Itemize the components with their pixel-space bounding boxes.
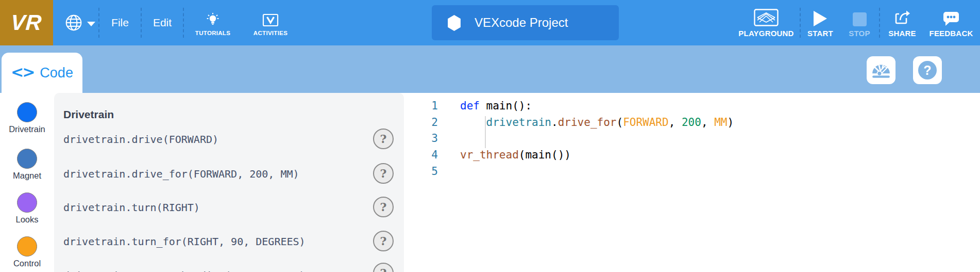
palette-heading: Drivetrain bbox=[63, 108, 114, 121]
vexcode-app: VR File Edit bbox=[0, 0, 980, 272]
command-help-button[interactable]: ? bbox=[373, 197, 394, 217]
project-title: VEXcode Project bbox=[475, 15, 568, 30]
feedback-bubble-icon bbox=[942, 10, 960, 26]
tab-bar: <> Code ? bbox=[0, 45, 980, 93]
language-menu-button[interactable] bbox=[61, 0, 98, 45]
playground-button[interactable]: PLAYGROUND bbox=[733, 0, 800, 45]
category-control-circle[interactable] bbox=[17, 236, 37, 257]
command-help-button[interactable]: ? bbox=[373, 231, 394, 251]
start-button[interactable]: START bbox=[801, 0, 840, 45]
question-mark-icon: ? bbox=[918, 61, 937, 79]
start-label: START bbox=[807, 29, 833, 38]
playground-icon bbox=[754, 9, 779, 26]
code-line: 1def main(): bbox=[404, 98, 980, 115]
line-number: 3 bbox=[404, 131, 438, 147]
command-help-button[interactable]: ? bbox=[373, 129, 394, 149]
line-number: 4 bbox=[404, 147, 438, 164]
vr-logo-text: VR bbox=[10, 10, 43, 35]
play-icon bbox=[814, 11, 827, 26]
top-navbar: VR File Edit bbox=[0, 0, 980, 45]
line-number: 2 bbox=[404, 115, 438, 131]
tutorials-label: TUTORIALS bbox=[195, 30, 230, 36]
help-button[interactable]: ? bbox=[913, 56, 942, 84]
stop-icon bbox=[853, 12, 867, 26]
category-magnet-label: Magnet bbox=[0, 171, 54, 181]
sidebar-item-drivetrain[interactable]: Drivetrain bbox=[0, 102, 54, 134]
share-label: SHARE bbox=[888, 29, 916, 38]
stop-button[interactable]: STOP bbox=[840, 0, 879, 45]
sidebar-item-magnet[interactable]: Magnet bbox=[0, 149, 54, 181]
code-text: drivetrain.drive_for(FORWARD, 200, MM) bbox=[460, 115, 734, 131]
category-looks-label: Looks bbox=[0, 215, 54, 225]
command-text[interactable]: drivetrain.drive_for(FORWARD, 200, MM) bbox=[63, 167, 299, 181]
navbar-right-tools: PLAYGROUND START STOP bbox=[733, 0, 980, 45]
activities-button[interactable]: ACTIVITIES bbox=[242, 0, 299, 45]
hexagon-icon bbox=[447, 15, 461, 31]
vr-logo[interactable]: VR bbox=[0, 0, 53, 45]
file-menu[interactable]: File bbox=[99, 0, 141, 45]
indent-guide bbox=[485, 116, 486, 148]
command-text[interactable]: drivetrain.turn_for(RIGHT, 90, DEGREES) bbox=[63, 235, 306, 248]
command-text[interactable]: drivetrain.turn(RIGHT) bbox=[63, 201, 200, 214]
command-help-button[interactable]: ? bbox=[373, 263, 394, 272]
playground-label: PLAYGROUND bbox=[738, 29, 793, 38]
sidebar-item-looks[interactable]: Looks bbox=[0, 193, 54, 225]
lightbulb-icon bbox=[205, 12, 221, 28]
command-text[interactable]: drivetrain.drive(FORWARD) bbox=[63, 133, 218, 146]
share-icon bbox=[894, 10, 910, 26]
category-drivetrain-circle[interactable] bbox=[17, 102, 37, 122]
feedback-button[interactable]: FEEDBACK bbox=[924, 0, 978, 45]
chevron-down-icon bbox=[87, 22, 95, 26]
feedback-label: FEEDBACK bbox=[930, 29, 973, 38]
project-title-button[interactable]: VEXcode Project bbox=[432, 5, 619, 40]
category-sidebar: DrivetrainMagnetLooksControl bbox=[0, 93, 54, 272]
category-drivetrain-label: Drivetrain bbox=[0, 124, 54, 134]
category-magnet-circle[interactable] bbox=[17, 149, 37, 169]
activities-icon bbox=[262, 12, 279, 28]
dashboard-button[interactable] bbox=[867, 56, 895, 84]
activities-label: ACTIVITIES bbox=[254, 30, 288, 36]
code-line: 3 bbox=[404, 131, 980, 147]
sidebar-item-control[interactable]: Control bbox=[0, 236, 54, 268]
line-number: 5 bbox=[404, 164, 438, 180]
file-menu-label: File bbox=[111, 17, 129, 29]
code-lines: 1def main():2 drivetrain.drive_for(FORWA… bbox=[404, 98, 980, 180]
code-text: def main(): bbox=[460, 98, 532, 115]
edit-menu[interactable]: Edit bbox=[142, 0, 183, 45]
command-help-button[interactable]: ? bbox=[373, 163, 394, 184]
category-control-label: Control bbox=[0, 259, 54, 268]
stop-label: STOP bbox=[849, 29, 870, 38]
code-line: 4vr_thread(main()) bbox=[404, 147, 980, 164]
globe-icon bbox=[64, 13, 83, 32]
edit-menu-label: Edit bbox=[153, 17, 172, 29]
category-looks-circle[interactable] bbox=[17, 193, 37, 213]
main-content: DrivetrainMagnetLooksControl Drivetrain … bbox=[0, 93, 980, 272]
code-text: vr_thread(main()) bbox=[460, 147, 571, 164]
code-line: 2 drivetrain.drive_for(FORWARD, 200, MM) bbox=[404, 115, 980, 131]
tab-code[interactable]: <> Code bbox=[2, 53, 82, 93]
command-palette: Drivetrain drivetrain.drive(FORWARD)?dri… bbox=[54, 93, 404, 272]
tab-code-label: Code bbox=[40, 65, 73, 81]
tutorials-button[interactable]: TUTORIALS bbox=[184, 0, 242, 45]
gauge-icon bbox=[871, 61, 891, 79]
command-text[interactable]: drivetrain.turn_to_heading(90, DEGREES) bbox=[63, 269, 306, 272]
code-editor[interactable]: 1def main():2 drivetrain.drive_for(FORWA… bbox=[404, 93, 980, 272]
code-brackets-icon: <> bbox=[11, 63, 33, 83]
line-number: 1 bbox=[404, 98, 438, 115]
share-button[interactable]: SHARE bbox=[880, 0, 924, 45]
code-line: 5 bbox=[404, 164, 980, 180]
